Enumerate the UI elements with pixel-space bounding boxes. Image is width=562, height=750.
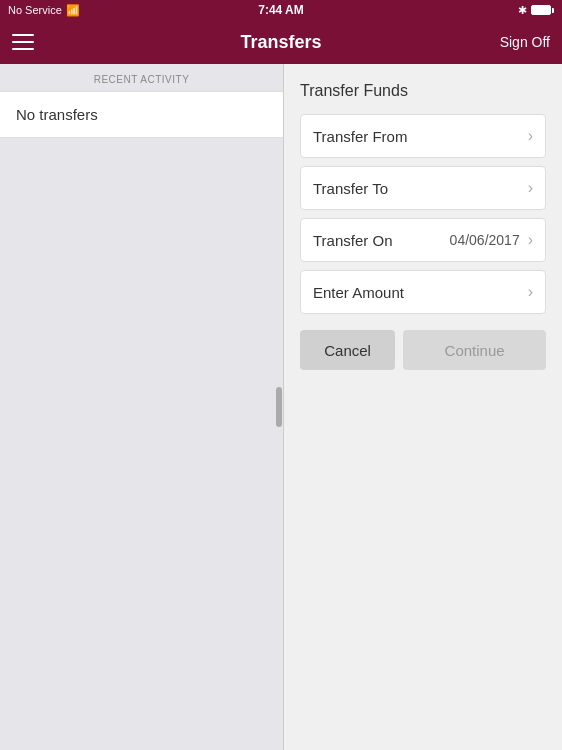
status-bar: No Service 📶 7:44 AM ✱ bbox=[0, 0, 562, 20]
no-service-text: No Service bbox=[8, 4, 62, 16]
page-title: Transfers bbox=[240, 32, 321, 53]
no-transfers-text: No transfers bbox=[0, 91, 283, 138]
transfer-from-row[interactable]: Transfer From › bbox=[300, 114, 546, 158]
enter-amount-label: Enter Amount bbox=[313, 284, 404, 301]
enter-amount-row[interactable]: Enter Amount › bbox=[300, 270, 546, 314]
transfer-on-chevron: › bbox=[528, 231, 533, 249]
transfer-on-value: 04/06/2017 bbox=[450, 232, 520, 248]
continue-button[interactable]: Continue bbox=[403, 330, 546, 370]
transfer-on-row[interactable]: Transfer On 04/06/2017 › bbox=[300, 218, 546, 262]
recent-activity-label: RECENT ACTIVITY bbox=[0, 64, 283, 91]
sign-off-button[interactable]: Sign Off bbox=[500, 34, 550, 50]
cancel-button[interactable]: Cancel bbox=[300, 330, 395, 370]
right-panel: Transfer Funds Transfer From › Transfer … bbox=[284, 64, 562, 750]
transfer-to-row[interactable]: Transfer To › bbox=[300, 166, 546, 210]
transfer-to-chevron: › bbox=[528, 179, 533, 197]
bluetooth-icon: ✱ bbox=[518, 4, 527, 17]
main-layout: RECENT ACTIVITY No transfers Transfer Fu… bbox=[0, 64, 562, 750]
status-right: ✱ bbox=[518, 4, 554, 17]
button-row: Cancel Continue bbox=[300, 330, 546, 370]
transfer-from-chevron: › bbox=[528, 127, 533, 145]
transfer-on-label: Transfer On bbox=[313, 232, 392, 249]
menu-icon[interactable] bbox=[12, 34, 34, 50]
scroll-handle[interactable] bbox=[276, 387, 282, 427]
transfer-to-label: Transfer To bbox=[313, 180, 388, 197]
status-left: No Service 📶 bbox=[8, 4, 80, 17]
enter-amount-chevron: › bbox=[528, 283, 533, 301]
status-time: 7:44 AM bbox=[258, 3, 304, 17]
transfer-funds-title: Transfer Funds bbox=[300, 82, 546, 100]
nav-bar: Transfers Sign Off bbox=[0, 20, 562, 64]
left-panel: RECENT ACTIVITY No transfers bbox=[0, 64, 284, 750]
transfer-from-label: Transfer From bbox=[313, 128, 407, 145]
battery-icon bbox=[531, 5, 554, 15]
wifi-icon: 📶 bbox=[66, 4, 80, 17]
